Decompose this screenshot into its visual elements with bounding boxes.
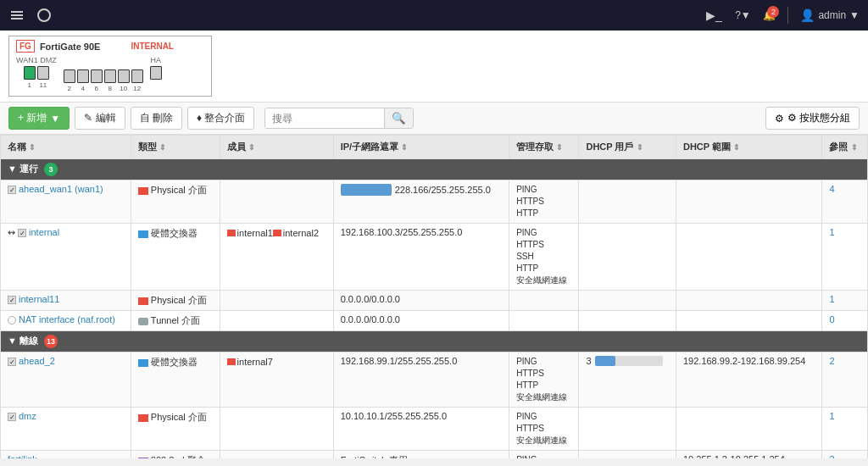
new-chevron-icon: ▼ [50,113,60,125]
col-dhcp-users[interactable]: DHCP 用戶 ⇕ [579,136,676,159]
row-type-label: 802.3ad 聚合 [151,455,206,458]
search-input[interactable] [265,109,384,128]
toolbar-right: ⚙ ⚙ 按狀態分組 [765,107,860,130]
pn-6: 6 [91,85,103,92]
help-button[interactable]: ? ▼ [734,7,751,24]
cell-access: PINGHTTPSSSHHTTP安全織網連線 [509,224,579,291]
row-name-link[interactable]: ahead_wan1 (wan1) [19,184,103,194]
port-dmz [37,66,49,80]
access-item: 安全織網連線 [516,435,571,447]
admin-menu-button[interactable]: 👤 admin ▼ [800,8,860,22]
group-count-badge-0: 3 [44,163,58,176]
cell-type: Physical 介面 [131,408,220,451]
table-row[interactable]: ↭ ✓internal 硬體交換器 internal1 internal2 19… [1,224,868,291]
device-title: FG FortiGate 90E INTERNAL [16,40,204,53]
col-access[interactable]: 管理存取 ⇕ [509,136,579,159]
dhcp-users-count: 3 [586,356,591,366]
search-button[interactable] [36,7,53,24]
cell-dhcp-users [579,180,676,224]
port-int-6 [91,69,103,83]
access-item: HTTP [516,263,571,275]
group-toggle-1[interactable]: ▼ 離線 [8,336,41,346]
row-name-link[interactable]: dmz [19,411,36,421]
col-type[interactable]: 類型 ⇕ [131,136,220,159]
cell-dhcp-users [579,311,676,331]
cell-ip: FortiSwitch 專用 [333,451,509,459]
delete-button[interactable]: 自 刪除 [131,107,182,130]
group-toggle-0[interactable]: ▼ 運行 [8,164,41,174]
group-row-cell-1: ▼ 離線 13 [1,331,868,352]
cell-members [220,451,333,459]
table-header-row: 名稱 ⇕ 類型 ⇕ 成員 ⇕ IP/子網路遮罩 ⇕ 管理存取 ⇕ DHCP 用戶… [1,136,868,159]
row-expand-icon[interactable]: ↭ [8,227,15,237]
port-int-2 [64,69,75,83]
dhcp-range-text: 192.168.99.2-192.168.99.254 [683,356,805,366]
row-name-link[interactable]: fortilink [8,454,37,458]
access-item: HTTP [516,208,571,219]
ip-text: 0.0.0.0/0.0.0.0 [341,294,400,304]
cell-ip: 0.0.0.0/0.0.0.0 [333,291,509,311]
member-name: internal7 [237,357,273,367]
port-ha [150,66,162,80]
ref-link[interactable]: 1 [829,227,834,237]
cell-members [220,311,333,331]
new-button[interactable]: + 新增 ▼ [8,107,70,130]
row-name-link[interactable]: ahead_2 [19,356,55,366]
merge-button[interactable]: ♦ 整合介面 [187,107,254,130]
cell-name: fortilink [1,451,131,459]
row-nat-icon [8,316,16,325]
member-tag: internal7 [227,357,273,367]
port-num-1: 1 [24,81,36,89]
cell-access: PINGHTTPS安全織網連線 [509,408,579,451]
cell-type: Physical 介面 [131,180,220,224]
sort-access-icon: ⇕ [556,143,563,152]
table-row[interactable]: NAT interface (naf.root) Tunnel 介面 0.0.0… [1,311,868,331]
ref-link[interactable]: 1 [829,294,834,304]
hamburger-menu-button[interactable] [8,7,25,24]
table-row[interactable]: ✓internal11 Physical 介面 0.0.0.0/0.0.0.0 … [1,291,868,311]
col-members[interactable]: 成員 ⇕ [220,136,333,159]
search-submit-button[interactable]: 🔍 [384,108,413,128]
cell-members [220,408,333,451]
ref-link[interactable]: 2 [829,454,834,458]
ref-link[interactable]: 4 [829,184,834,194]
device-ports: WAN1 DMZ 1 11 [16,56,204,92]
search-box[interactable]: 🔍 [264,108,414,129]
cell-ref: 2 [822,352,868,408]
group-row-1: ▼ 離線 13 [1,331,868,352]
device-box: FG FortiGate 90E INTERNAL WAN1 DMZ 1 11 [8,36,212,97]
ref-link[interactable]: 2 [829,356,834,366]
port-int-10 [118,69,130,83]
status-group-button[interactable]: ⚙ ⚙ 按狀態分組 [765,107,860,130]
col-ref[interactable]: 參照 ⇕ [822,136,868,159]
cell-type: 802.3ad 聚合 [131,451,220,459]
top-nav-left [8,7,53,24]
row-type-label: Physical 介面 [151,412,207,422]
table-row[interactable]: ✓ahead_wan1 (wan1) Physical 介面 228.166/2… [1,180,868,224]
ref-link[interactable]: 0 [829,314,834,325]
pn-10: 10 [118,85,130,92]
ha-port-group: HA [150,56,162,92]
member-name: internal2 [283,228,319,238]
admin-label: admin [818,9,846,21]
edit-button[interactable]: ✎ 編輯 [75,107,125,130]
group-row-0: ▼ 運行 3 [1,159,868,180]
cell-dhcp-users: 3 [579,352,676,408]
member-dot-icon [227,230,236,236]
sort-dhcp-users-icon: ⇕ [637,143,643,152]
alert-button[interactable]: 🔔 2 [763,9,776,21]
col-ip[interactable]: IP/子網路遮罩 ⇕ [333,136,509,159]
col-name[interactable]: 名稱 ⇕ [1,136,131,159]
sort-ref-icon: ⇕ [851,143,858,152]
table-row[interactable]: ✓dmz Physical 介面 10.10.10.1/255.255.255.… [1,408,868,451]
table-row[interactable]: ✓ahead_2 硬體交換器 internal7 192.168.99.1/25… [1,352,868,408]
row-name-link[interactable]: internal11 [19,294,59,304]
row-name-link[interactable]: internal [29,227,59,237]
table-row[interactable]: fortilink 802.3ad 聚合 FortiSwitch 專用 PING… [1,451,868,459]
row-name-link[interactable]: NAT interface (naf.root) [19,314,115,325]
wan-port-group: WAN1 DMZ 1 11 [16,56,57,92]
ref-link[interactable]: 1 [829,411,834,421]
cell-type: Physical 介面 [131,291,220,311]
terminal-button[interactable]: ▶_ [705,7,722,24]
col-dhcp-range[interactable]: DHCP 範圍 ⇕ [676,136,821,159]
